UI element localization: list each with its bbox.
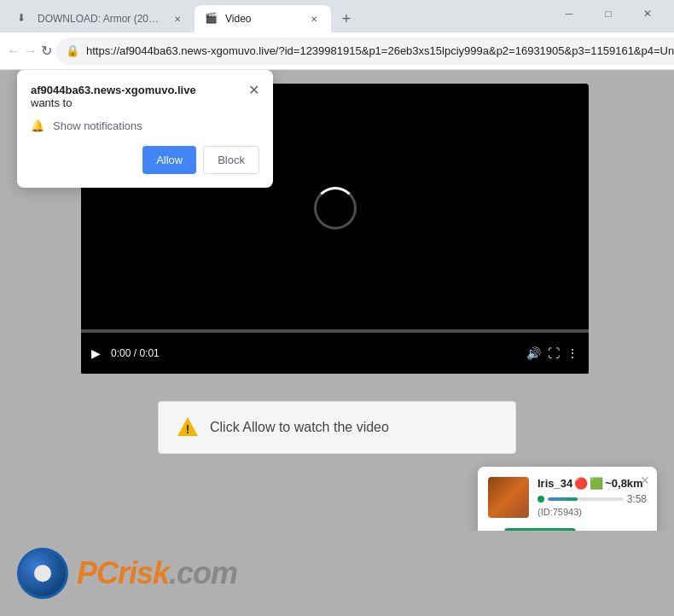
loading-spinner — [314, 187, 357, 230]
chat-id: (ID:75943) — [537, 507, 647, 517]
chat-name: Iris_34 🔴 🟩 ~0,8km — [537, 477, 647, 490]
popup-site-info: af9044ba63.news-xgomuvo.live wants to — [31, 84, 196, 109]
chat-close-button[interactable]: ✕ — [640, 474, 650, 487]
block-button[interactable]: Block — [203, 146, 259, 174]
chat-info: Iris_34 🔴 🟩 ~0,8km 3:58 (ID:75943) — [537, 477, 647, 518]
tab-video[interactable]: 🎬 Video ✕ — [195, 5, 331, 32]
chat-avatar-image — [488, 477, 529, 518]
lock-icon: 🔒 — [66, 44, 79, 57]
popup-wants-label: wants to — [31, 96, 196, 109]
address-text: https://af9044ba63.news-xgomuvo.live/?id… — [86, 44, 674, 57]
reload-icon: ↻ — [41, 43, 52, 59]
popup-close-button[interactable]: ✕ — [248, 84, 259, 97]
svg-text:!: ! — [186, 422, 190, 436]
minimize-button[interactable]: ─ — [549, 0, 589, 27]
tab-close-download[interactable]: ✕ — [171, 12, 184, 26]
warning-icon: ! — [176, 416, 200, 439]
chat-content: Iris_34 🔴 🟩 ~0,8km 3:58 (ID:75943) — [488, 477, 647, 518]
page-content: af9044ba63.news-xgomuvo.live wants to ✕ … — [0, 70, 674, 616]
fullscreen-button[interactable]: ⛶ — [548, 346, 560, 360]
pcrisk-inner — [34, 565, 51, 582]
reload-button[interactable]: ↻ — [41, 38, 52, 65]
tab-close-video[interactable]: ✕ — [307, 12, 321, 26]
chat-status-row: 3:58 — [537, 493, 647, 505]
chat-progress-bar — [548, 497, 624, 501]
play-button[interactable]: ▶ — [91, 346, 101, 360]
popup-site-name: af9044ba63.news-xgomuvo.live — [31, 84, 196, 96]
tab-favicon-download: ⬇ — [17, 12, 31, 26]
close-button[interactable]: ✕ — [628, 0, 667, 27]
forward-button[interactable]: → — [24, 38, 38, 65]
pcrisk-area: PCrisk.com — [0, 531, 674, 616]
progress-bar[interactable] — [81, 329, 589, 333]
address-bar[interactable]: 🔒 https://af9044ba63.news-xgomuvo.live/?… — [55, 38, 674, 65]
back-icon: ← — [7, 44, 20, 59]
warning-banner: ! Click Allow to watch the video — [158, 401, 516, 454]
forward-icon: → — [24, 44, 38, 59]
tab-bar: ⬇ DOWNLOAD: Armor (2024) Mc... ✕ 🎬 Video… — [0, 0, 674, 32]
chat-avatar — [488, 477, 529, 518]
maximize-button[interactable]: □ — [589, 0, 628, 27]
chat-time: 3:58 — [627, 493, 647, 505]
navigation-bar: ← → ↻ 🔒 https://af9044ba63.news-xgomuvo.… — [0, 32, 674, 70]
tab-favicon-video: 🎬 — [205, 12, 218, 26]
chat-progress-fill — [548, 497, 578, 501]
volume-button[interactable]: 🔊 — [526, 346, 541, 360]
pcrisk-ball-logo — [17, 548, 68, 599]
video-controls: ▶ 0:00 / 0:01 🔊 ⛶ ⋮ — [81, 333, 589, 374]
popup-permission-row: 🔔 Show notifications — [31, 119, 259, 132]
new-tab-button[interactable]: + — [334, 7, 358, 31]
permission-label: Show notifications — [53, 119, 142, 132]
allow-button[interactable]: Allow — [142, 146, 196, 174]
back-button[interactable]: ← — [7, 38, 20, 65]
bell-icon: 🔔 — [31, 119, 44, 132]
tab-download[interactable]: ⬇ DOWNLOAD: Armor (2024) Mc... ✕ — [7, 5, 195, 32]
window-controls: ─ □ ✕ — [549, 0, 667, 32]
tab-title-download: DOWNLOAD: Armor (2024) Mc... — [38, 13, 164, 25]
online-status-dot — [537, 496, 544, 503]
popup-header: af9044ba63.news-xgomuvo.live wants to ✕ — [31, 84, 259, 109]
tab-title-video: Video — [225, 13, 300, 25]
browser-window: ⬇ DOWNLOAD: Armor (2024) Mc... ✕ 🎬 Video… — [0, 0, 674, 616]
more-options-button[interactable]: ⋮ — [567, 346, 578, 360]
popup-buttons: Allow Block — [31, 146, 259, 174]
pcrisk-text-logo: PCrisk.com — [77, 555, 237, 591]
time-display: 0:00 / 0:01 — [111, 347, 160, 359]
warning-text: Click Allow to watch the video — [210, 420, 389, 435]
notification-popup: af9044ba63.news-xgomuvo.live wants to ✕ … — [17, 70, 273, 188]
